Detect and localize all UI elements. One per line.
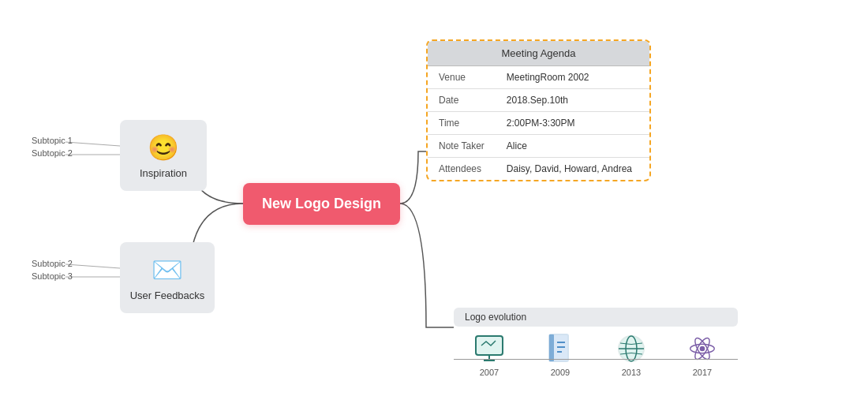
canvas: Subtopic 1 Subtopic 2 Subtopic 2 Subtopi…	[0, 0, 868, 396]
svg-rect-9	[549, 334, 554, 361]
agenda-key: Time	[428, 112, 496, 135]
monitor-icon	[473, 333, 505, 364]
agenda-value: Daisy, David, Howard, Andrea	[496, 158, 649, 181]
inspiration-label: Inspiration	[140, 167, 187, 179]
timeline-year: 2017	[693, 368, 712, 377]
feedbacks-icon: ✉️	[152, 255, 183, 285]
agenda-value: MeetingRoom 2002	[496, 66, 649, 89]
book-icon	[544, 333, 576, 364]
logo-evolution-section: Logo evolution 2007 2009	[454, 308, 738, 377]
agenda-row: VenueMeetingRoom 2002	[428, 66, 649, 89]
subtopic-inspiration-1: Subtopic 1	[32, 136, 73, 145]
globe-icon	[615, 333, 647, 364]
agenda-value: Alice	[496, 135, 649, 158]
atom-icon	[687, 333, 718, 364]
subtopic-feedbacks-1: Subtopic 2	[32, 259, 73, 268]
feedbacks-node: ✉️ User Feedbacks	[120, 242, 215, 313]
svg-line-2	[65, 264, 120, 268]
svg-rect-4	[476, 336, 503, 355]
subtopic-inspiration-2: Subtopic 2	[32, 148, 73, 158]
logo-evolution-label: Logo evolution	[454, 308, 738, 327]
agenda-key: Attendees	[428, 158, 496, 181]
agenda-key: Note Taker	[428, 135, 496, 158]
agenda-key: Date	[428, 89, 496, 112]
timeline-item: 2017	[667, 333, 738, 377]
timeline-item: 2013	[596, 333, 667, 377]
timeline-year: 2013	[622, 368, 641, 377]
inspiration-icon: 😊	[148, 133, 179, 163]
agenda-table: VenueMeetingRoom 2002Date2018.Sep.10thTi…	[428, 66, 649, 180]
svg-line-0	[65, 142, 120, 146]
feedbacks-label: User Feedbacks	[130, 290, 205, 301]
timeline-item: 2009	[525, 333, 596, 377]
timeline-item: 2007	[454, 333, 525, 377]
agenda-row: AttendeesDaisy, David, Howard, Andrea	[428, 158, 649, 181]
agenda-row: Note TakerAlice	[428, 135, 649, 158]
agenda-row: Date2018.Sep.10th	[428, 89, 649, 112]
central-node[interactable]: New Logo Design	[243, 183, 400, 225]
subtopic-feedbacks-2: Subtopic 3	[32, 271, 73, 281]
agenda-box: Meeting Agenda VenueMeetingRoom 2002Date…	[426, 39, 651, 181]
agenda-row: Time2:00PM-3:30PM	[428, 112, 649, 135]
agenda-value: 2:00PM-3:30PM	[496, 112, 649, 135]
timeline: 2007 2009 2013	[454, 333, 738, 377]
timeline-line	[454, 359, 738, 361]
agenda-value: 2018.Sep.10th	[496, 89, 649, 112]
timeline-year: 2007	[480, 368, 499, 377]
svg-point-16	[700, 346, 705, 352]
agenda-key: Venue	[428, 66, 496, 89]
timeline-year: 2009	[551, 368, 570, 377]
agenda-title: Meeting Agenda	[428, 41, 649, 66]
central-label: New Logo Design	[262, 196, 381, 212]
inspiration-node: 😊 Inspiration	[120, 120, 207, 191]
